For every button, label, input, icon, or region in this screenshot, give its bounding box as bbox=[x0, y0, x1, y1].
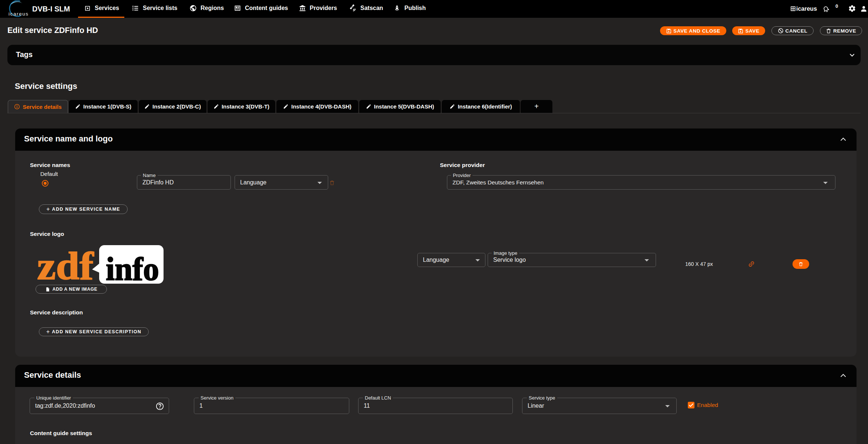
svg-text:info: info bbox=[106, 251, 159, 284]
svg-text:zdf: zdf bbox=[37, 245, 94, 284]
